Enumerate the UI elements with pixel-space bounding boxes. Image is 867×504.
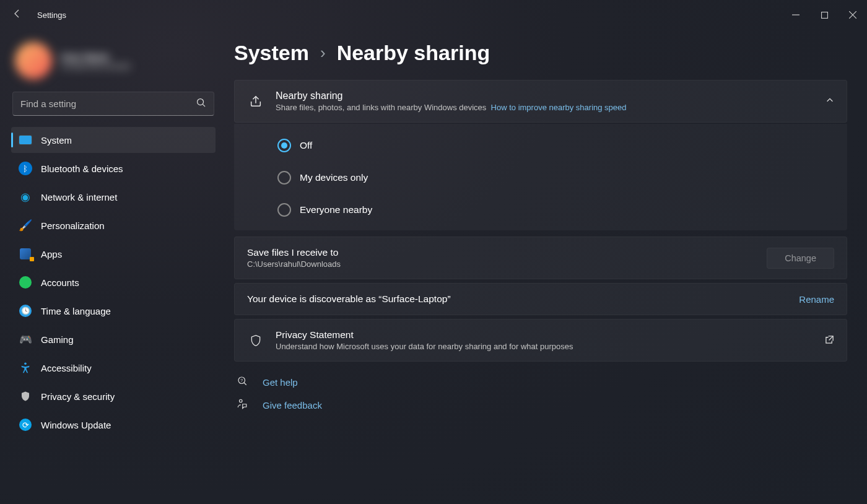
accessibility-icon xyxy=(19,361,32,375)
update-icon: ⟳ xyxy=(19,418,32,432)
page-title: Nearby sharing xyxy=(337,41,490,65)
get-help-link[interactable]: ? Get help xyxy=(237,375,847,389)
breadcrumb: System › Nearby sharing xyxy=(234,41,847,65)
svg-point-1 xyxy=(198,99,204,105)
radio-label: My devices only xyxy=(300,172,368,183)
close-button[interactable] xyxy=(839,5,867,25)
avatar xyxy=(15,42,52,79)
bluetooth-icon: ᛒ xyxy=(19,162,32,175)
radio-icon xyxy=(277,171,291,185)
help-icon: ? xyxy=(237,375,250,389)
privacy-subtitle: Understand how Microsoft uses your data … xyxy=(276,342,814,351)
sidebar-item-label: Accessibility xyxy=(41,363,92,373)
sidebar-item-system[interactable]: System xyxy=(11,127,216,153)
sidebar-item-label: System xyxy=(41,135,72,146)
arrow-left-icon xyxy=(12,9,22,19)
sidebar: User Name user@email.example System ᛒ Bl… xyxy=(0,30,223,504)
minimize-button[interactable] xyxy=(782,5,810,25)
sidebar-item-network[interactable]: ◉ Network & internet xyxy=(11,184,216,210)
privacy-card[interactable]: Privacy Statement Understand how Microso… xyxy=(234,319,847,362)
wifi-icon: ◉ xyxy=(19,190,32,204)
titlebar: Settings xyxy=(0,0,867,30)
sidebar-item-apps[interactable]: Apps xyxy=(11,241,216,267)
rename-link[interactable]: Rename xyxy=(799,294,834,305)
sidebar-item-windows-update[interactable]: ⟳ Windows Update xyxy=(11,412,216,438)
radio-my-devices[interactable]: My devices only xyxy=(277,171,835,185)
save-path: C:\Users\rahul\Downloads xyxy=(247,259,756,269)
sidebar-item-time-language[interactable]: 🕓 Time & language xyxy=(11,298,216,324)
svg-point-2 xyxy=(24,363,27,365)
sidebar-item-label: Accounts xyxy=(41,277,79,288)
privacy-title: Privacy Statement xyxy=(276,329,814,341)
radio-icon xyxy=(277,203,291,217)
sidebar-item-label: Network & internet xyxy=(41,192,117,202)
save-location-card: Save files I receive to C:\Users\rahul\D… xyxy=(234,237,847,279)
maximize-button[interactable] xyxy=(810,5,839,25)
sidebar-item-label: Windows Update xyxy=(41,420,111,430)
change-button[interactable]: Change xyxy=(767,248,834,269)
radio-everyone[interactable]: Everyone nearby xyxy=(277,203,835,217)
user-block[interactable]: User Name user@email.example xyxy=(11,35,216,92)
sidebar-item-label: Gaming xyxy=(41,334,74,345)
sidebar-item-privacy[interactable]: Privacy & security xyxy=(11,383,216,409)
sidebar-item-personalization[interactable]: 🖌️ Personalization xyxy=(11,212,216,238)
sidebar-item-label: Time & language xyxy=(41,306,111,316)
radio-label: Off xyxy=(300,140,312,151)
external-link-icon xyxy=(825,335,834,346)
person-icon xyxy=(19,276,32,289)
search-icon xyxy=(196,98,206,109)
give-feedback-link[interactable]: Give feedback xyxy=(237,398,847,412)
radio-label: Everyone nearby xyxy=(300,204,372,215)
search-input[interactable] xyxy=(12,92,214,116)
give-feedback-text: Give feedback xyxy=(263,400,322,411)
brush-icon: 🖌️ xyxy=(19,219,32,232)
share-icon xyxy=(247,93,264,110)
search-wrap xyxy=(12,92,214,116)
user-email: user@email.example xyxy=(61,62,131,71)
clock-icon: 🕓 xyxy=(19,304,32,318)
feedback-icon xyxy=(237,398,250,412)
sidebar-item-label: Privacy & security xyxy=(41,391,115,402)
apps-icon xyxy=(19,247,32,261)
sidebar-item-gaming[interactable]: 🎮 Gaming xyxy=(11,326,216,352)
discover-text: Your device is discoverable as “Surface-… xyxy=(247,293,788,305)
sidebar-item-label: Personalization xyxy=(41,220,105,231)
shield-icon xyxy=(19,389,32,403)
nearby-title: Nearby sharing xyxy=(276,90,814,102)
svg-text:?: ? xyxy=(240,378,243,383)
radio-off[interactable]: Off xyxy=(277,139,835,152)
save-title: Save files I receive to xyxy=(247,247,756,258)
nearby-options: Off My devices only Everyone nearby xyxy=(234,124,847,230)
radio-icon xyxy=(277,139,291,152)
maximize-icon xyxy=(821,12,828,19)
discoverable-card: Your device is discoverable as “Surface-… xyxy=(234,283,847,315)
back-button[interactable] xyxy=(9,5,26,25)
system-icon xyxy=(19,133,32,147)
user-name: User Name xyxy=(61,51,131,62)
main-content: System › Nearby sharing Nearby sharing S… xyxy=(223,30,867,504)
get-help-text: Get help xyxy=(263,377,298,388)
footer-links: ? Get help Give feedback xyxy=(234,375,847,412)
gamepad-icon: 🎮 xyxy=(19,332,32,346)
nearby-subtitle-text: Share files, photos, and links with near… xyxy=(276,103,486,112)
sidebar-item-bluetooth[interactable]: ᛒ Bluetooth & devices xyxy=(11,155,216,181)
svg-point-5 xyxy=(240,399,243,402)
sidebar-item-accounts[interactable]: Accounts xyxy=(11,269,216,295)
app-title: Settings xyxy=(37,11,66,20)
improve-speed-link[interactable]: How to improve nearby sharing speed xyxy=(491,103,627,112)
breadcrumb-parent[interactable]: System xyxy=(234,41,309,65)
sidebar-item-label: Bluetooth & devices xyxy=(41,163,123,174)
chevron-up-icon xyxy=(826,96,834,106)
sidebar-item-label: Apps xyxy=(41,249,62,259)
nav: System ᛒ Bluetooth & devices ◉ Network &… xyxy=(11,127,216,438)
nearby-subtitle: Share files, photos, and links with near… xyxy=(276,103,814,112)
nearby-sharing-card[interactable]: Nearby sharing Share files, photos, and … xyxy=(234,80,847,123)
minimize-icon xyxy=(792,11,799,19)
close-icon xyxy=(849,11,856,19)
shield-outline-icon xyxy=(247,332,264,349)
chevron-right-icon: › xyxy=(320,43,326,63)
sidebar-item-accessibility[interactable]: Accessibility xyxy=(11,355,216,381)
svg-rect-0 xyxy=(821,12,827,18)
